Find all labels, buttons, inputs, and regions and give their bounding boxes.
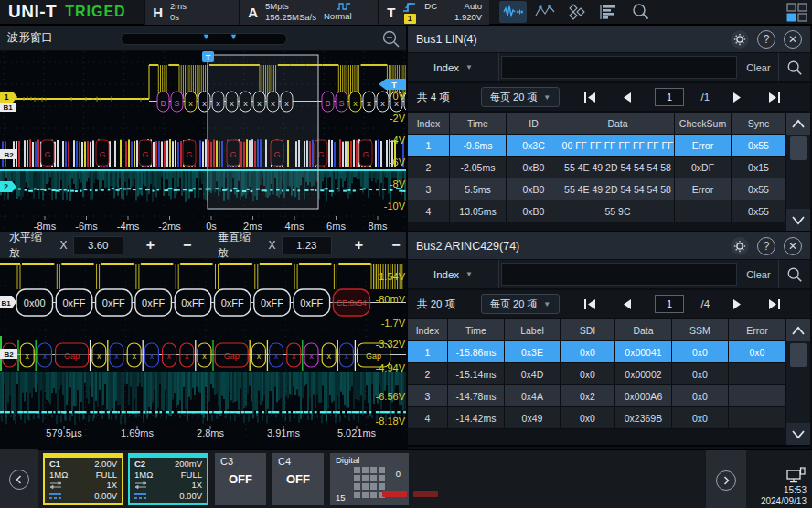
svg-text:x: x xyxy=(353,99,358,108)
zoom-out-icon[interactable] xyxy=(381,29,401,49)
prev-page-button[interactable] xyxy=(617,295,637,313)
column-header[interactable]: Error xyxy=(729,319,786,340)
marker-b-icon[interactable]: ▼ xyxy=(230,32,238,41)
table-scrollbar[interactable] xyxy=(786,319,810,445)
next-page-button[interactable] xyxy=(727,295,747,313)
ground-icon xyxy=(49,492,62,500)
acquire-label: A xyxy=(248,5,258,20)
first-page-button[interactable] xyxy=(581,88,601,106)
acquire-section[interactable]: A 5Mpts 156.25MSa/s Normal xyxy=(239,0,378,25)
xy-mode-tool-button[interactable] xyxy=(563,1,591,23)
channel1-block[interactable]: C12.00V 1MΩFULL 1X 0.00V xyxy=(43,453,123,505)
bus1-search-input[interactable] xyxy=(501,56,737,79)
usb-display-icon xyxy=(786,467,807,484)
first-page-button[interactable] xyxy=(581,295,601,313)
column-header[interactable]: ID xyxy=(507,113,561,134)
ch1-bandwidth: FULL xyxy=(96,470,117,480)
svg-text:x: x xyxy=(380,99,385,108)
bus2-search-button[interactable] xyxy=(779,260,810,288)
scroll-down-icon[interactable] xyxy=(786,209,810,231)
settings-icon[interactable] xyxy=(731,30,749,49)
trigger-section[interactable]: T 1 DC Auto 1.920V xyxy=(378,0,489,25)
table-row[interactable]: 413.05ms0xB055 9C0x55 xyxy=(408,200,786,222)
bus1-filter-dropdown[interactable]: Index▼ xyxy=(408,53,499,81)
v-zoom-value[interactable]: 1.23 xyxy=(282,236,333,254)
bus2-clear-button[interactable]: Clear xyxy=(739,260,779,288)
h-zoom-value[interactable]: 3.60 xyxy=(73,236,124,254)
column-header[interactable]: Time xyxy=(448,319,505,340)
trigger-status: TRIGED xyxy=(65,4,144,20)
column-header[interactable]: Sync xyxy=(732,113,786,134)
page-indicator-inactive[interactable] xyxy=(413,491,438,497)
column-header[interactable]: CheckSum xyxy=(675,113,732,134)
v-zoom-decrease-button[interactable]: − xyxy=(386,236,406,254)
waveform-pan-tool-button[interactable] xyxy=(499,1,527,23)
table-row[interactable]: 3-14.78ms0x4A0x20x000A60x0 xyxy=(408,385,786,407)
oscilloscope-screen: UNI-T TRIGED H 2ms 0s A 5Mpts 156.25MSa/… xyxy=(0,0,812,508)
last-page-button[interactable] xyxy=(764,88,784,106)
svg-text:-6V: -6V xyxy=(390,157,406,168)
column-header[interactable]: Label xyxy=(505,319,561,340)
horizontal-section[interactable]: H 2ms 0s xyxy=(144,0,239,25)
bus1-decode-table: IndexTimeIDDataCheckSumSync1-9.6ms0x3C00… xyxy=(408,113,810,231)
page-indicator-active[interactable] xyxy=(382,491,407,497)
v-zoom-increase-button[interactable]: + xyxy=(348,236,369,254)
h-zoom-increase-button[interactable]: + xyxy=(140,236,160,254)
bus2-page-number[interactable]: 1 xyxy=(655,295,684,313)
digital-channels-block[interactable]: Digital 0 15 xyxy=(330,453,409,505)
channel3-block[interactable]: C3 OFF xyxy=(215,453,266,505)
trend-plot-tool-button[interactable] xyxy=(531,1,559,23)
close-icon[interactable]: ✕ xyxy=(784,237,802,255)
help-icon[interactable]: ? xyxy=(757,237,775,255)
acquire-mode-icon xyxy=(336,2,352,11)
table-row[interactable]: 2-2.05ms0xB055 4E 49 2D 54 54 54 580xDF0… xyxy=(408,157,786,178)
channel2-block[interactable]: C2200mV 1MΩFULL 1X 0.00V xyxy=(128,453,208,505)
column-header[interactable]: SDI xyxy=(561,319,615,340)
svg-text:G: G xyxy=(142,150,148,159)
table-row[interactable]: 2-15.14ms0x4D0x00x000020x0 xyxy=(408,363,786,385)
table-row[interactable]: 35.5ms0xB055 4E 49 2D 54 54 54 58Error0x… xyxy=(408,178,786,200)
bus1-clear-button[interactable]: Clear xyxy=(739,53,779,81)
table-row[interactable]: 1-15.86ms0x3E0x00x000410x00x0 xyxy=(408,341,786,363)
table-cell: 0x4A xyxy=(505,385,561,406)
scroll-down-icon[interactable] xyxy=(786,423,810,445)
table-cell: 4 xyxy=(408,407,448,428)
table-scrollbar[interactable] xyxy=(786,113,810,231)
window-layout-button[interactable] xyxy=(786,3,807,22)
column-header[interactable]: Time xyxy=(450,113,507,134)
prev-page-button[interactable] xyxy=(617,88,637,106)
table-cell: 0xDF xyxy=(675,157,732,178)
scroll-up-icon[interactable] xyxy=(786,319,810,341)
help-icon[interactable]: ? xyxy=(757,30,775,49)
scroll-right-button[interactable] xyxy=(716,470,736,491)
scroll-left-button[interactable] xyxy=(9,470,29,490)
svg-text:B2: B2 xyxy=(4,351,14,359)
table-row[interactable]: 4-14.42ms0x490x00x2369B0x0 xyxy=(408,407,786,429)
column-header[interactable]: Data xyxy=(561,113,675,134)
column-header[interactable]: SSM xyxy=(672,319,729,340)
column-header[interactable]: Index xyxy=(408,319,448,340)
next-page-button[interactable] xyxy=(727,88,747,106)
bus2-search-input[interactable] xyxy=(501,263,737,286)
settings-icon[interactable] xyxy=(731,237,749,255)
table-cell: 13.05ms xyxy=(450,200,507,222)
bus1-page-number[interactable]: 1 xyxy=(655,88,684,106)
search-tool-button[interactable] xyxy=(627,1,655,23)
histogram-tool-button[interactable] xyxy=(595,1,623,23)
close-icon[interactable]: ✕ xyxy=(784,30,802,49)
column-header[interactable]: Index xyxy=(408,113,450,134)
horizontal-position-slider[interactable]: ▼ ▼ xyxy=(121,33,287,45)
bus1-per-page-dropdown[interactable]: 每页 20 项▼ xyxy=(481,87,560,107)
v-zoom-x: X xyxy=(269,239,276,252)
marker-a-icon[interactable]: ▼ xyxy=(202,32,210,41)
channel4-block[interactable]: C4 OFF xyxy=(272,453,324,505)
table-row[interactable]: 1-9.6ms0x3C00 FF FF FF FF FF FF FFError0… xyxy=(408,135,786,157)
bus2-filter-dropdown[interactable]: Index▼ xyxy=(408,260,499,288)
zoom-window-region[interactable] xyxy=(208,55,318,209)
h-zoom-decrease-button[interactable]: − xyxy=(177,236,198,254)
bus2-per-page-dropdown[interactable]: 每页 20 项▼ xyxy=(481,294,560,314)
scroll-up-icon[interactable] xyxy=(786,113,810,135)
last-page-button[interactable] xyxy=(764,295,784,313)
column-header[interactable]: Data xyxy=(615,319,672,340)
bus1-search-button[interactable] xyxy=(779,53,810,81)
